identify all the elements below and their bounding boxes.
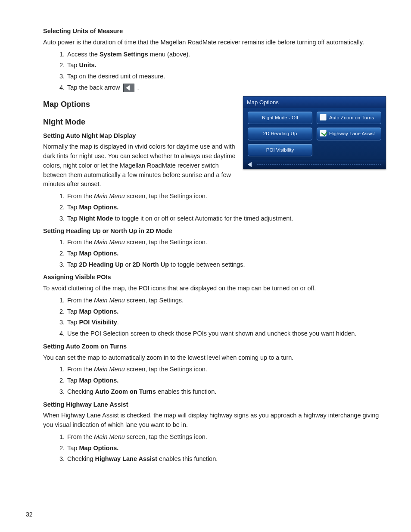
highway-lane-checkbox[interactable]: Highway Lane Assist [317,128,381,140]
text-bold: System Settings [100,51,148,58]
poi-visibility-button[interactable]: POI Visibility [248,144,312,156]
text-bold: Map Options. [79,250,118,257]
text-bold: Map Options. [79,377,118,384]
steps-visible-pois: From the Main Menu screen, tap Settings.… [43,296,385,339]
gps-screen: Map Options Night Mode - Off 2D Heading … [243,96,386,169]
gps-body: Night Mode - Off 2D Heading Up POI Visib… [243,108,386,160]
text-italic: Main Menu [94,297,125,304]
text: Tap [67,62,79,68]
page-number: 32 [26,510,33,519]
text: Tap [67,377,79,384]
text: From the [67,366,94,373]
text: screen, tap Settings. [125,297,184,304]
para-highway-lane: When Highway Lane Assist is checked, the… [43,411,385,430]
steps-units: Access the System Settings menu (above).… [43,50,385,93]
step-item: Tap POI Visibility. [66,318,385,327]
gps-col-right: Auto Zoom on Turns Highway Lane Assist [317,112,381,156]
text-italic: Main Menu [94,366,125,373]
step-item: From the Main Menu screen, tap the Setti… [66,192,385,201]
text: to toggle it on or off or select Automat… [113,215,293,222]
text: menu (above). [148,51,190,58]
heading-up-button[interactable]: 2D Heading Up [248,128,312,140]
text-bold: 2D North Up [133,261,169,268]
step-item: Tap Map Options. [66,203,385,212]
gps-footer [243,160,386,169]
step-item: Tap on the desired unit of measure. [66,72,385,81]
night-mode-button[interactable]: Night Mode - Off [248,112,312,124]
heading-units-of-measure: Selecting Units of Measure [43,27,385,36]
step-item: Tap Map Options. [66,376,385,386]
text-bold: 2D Heading Up [79,261,123,268]
step-item: Tap the back arrow . [66,83,385,93]
steps-highway-lane: From the Main Menu screen, tap the Setti… [43,432,385,464]
gps-col-left: Night Mode - Off 2D Heading Up POI Visib… [248,112,312,156]
text: Checking [67,388,95,395]
text: Tap [67,445,79,451]
text: Tap [67,261,79,268]
step-item: Tap Units. [66,61,385,70]
step-item: Access the System Settings menu (above). [66,50,385,59]
checkbox-unchecked-icon [320,114,327,121]
text: Tap the back arrow [67,84,122,91]
para-auto-power: Auto power is the duration of time that … [43,38,385,47]
gps-titlebar: Map Options [243,96,386,109]
text-bold: Night Mode [79,215,113,222]
step-item: From the Main Menu screen, tap Settings. [66,296,385,305]
step-item: Tap Map Options. [66,249,385,258]
text-bold: POI Visibility [79,319,117,326]
step-item: Tap Map Options. [66,307,385,317]
footer-dots [257,164,382,165]
para-visible-pois: To avoid cluttering of the map, the POI … [43,284,385,293]
text: Access the [67,51,100,58]
auto-zoom-checkbox[interactable]: Auto Zoom on Turns [317,112,381,124]
text-bold: Map Options. [79,445,118,451]
text: or [124,261,133,268]
checkbox-label: Auto Zoom on Turns [329,115,374,120]
step-item: From the Main Menu screen, tap the Setti… [66,432,385,442]
text: Tap [67,215,79,222]
text-italic: Main Menu [94,239,125,246]
text: Checking [67,455,95,462]
text: . [136,84,139,91]
step-item: Checking Highway Lane Assist enables thi… [66,454,385,464]
text: to toggle between settings. [169,261,245,268]
step-item: Tap Map Options. [66,444,385,453]
text: From the [67,239,94,246]
steps-auto-zoom: From the Main Menu screen, tap the Setti… [43,365,385,396]
text: Tap [67,319,79,326]
step-item: From the Main Menu screen, tap the Setti… [66,365,385,374]
step-item: Checking Auto Zoom on Turns enables this… [66,387,385,397]
text-bold: Auto Zoom on Turns [95,388,156,395]
step-item: Tap 2D Heading Up or 2D North Up to togg… [66,260,385,270]
text: Tap [67,308,79,315]
subheading-auto-zoom: Setting Auto Zoom on Turns [43,342,385,352]
text: From the [67,193,94,199]
step-item: Tap Night Mode to toggle it on or off or… [66,214,385,224]
text-italic: Main Menu [94,433,125,440]
back-arrow-icon[interactable] [243,160,256,169]
text: enables this function. [156,388,216,395]
text: Tap [67,204,79,211]
text-italic: Main Menu [94,193,125,199]
step-item: From the Main Menu screen, tap the Setti… [66,238,385,247]
step-item: Use the POI Selection screen to check th… [66,329,385,339]
para-auto-zoom: You can set the map to automatically zoo… [43,353,385,363]
checkbox-checked-icon [320,130,327,137]
subheading-visible-pois: Assigning Visible POIs [43,273,385,282]
back-arrow-icon [123,84,134,92]
text-bold: Units. [79,62,96,68]
subheading-heading-up: Setting Heading Up or North Up in 2D Mod… [43,227,385,236]
text-bold: Highway Lane Assist [95,455,157,462]
steps-heading-up: From the Main Menu screen, tap the Setti… [43,238,385,269]
figure-map-options: Map Options Night Mode - Off 2D Heading … [243,96,385,169]
text: screen, tap the Settings icon. [125,433,207,440]
text: screen, tap the Settings icon. [125,366,207,373]
text: enables this function. [157,455,218,462]
text: screen, tap the Settings icon. [125,193,207,199]
checkbox-label: Highway Lane Assist [329,131,375,136]
text-bold: Map Options. [79,308,118,315]
text: . [117,319,119,326]
text: From the [67,297,94,304]
text: screen, tap the Settings icon. [125,239,207,246]
text-bold: Map Options. [79,204,118,211]
